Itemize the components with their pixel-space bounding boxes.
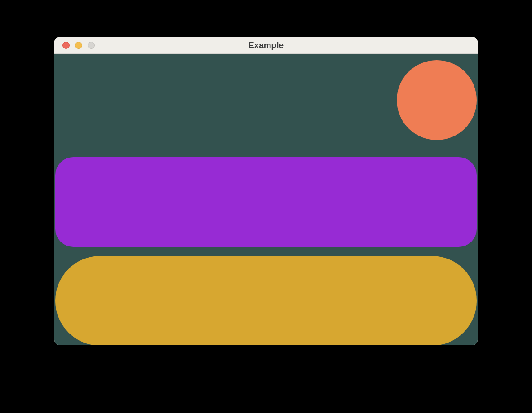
app-window: Example — [54, 37, 478, 345]
window-content — [54, 54, 478, 345]
orange-circle-shape — [397, 60, 477, 140]
close-icon[interactable] — [62, 42, 70, 49]
minimize-icon[interactable] — [75, 42, 82, 49]
gold-bar-shape — [55, 256, 477, 345]
zoom-icon[interactable] — [88, 42, 95, 49]
window-title: Example — [54, 40, 478, 50]
titlebar[interactable]: Example — [54, 37, 478, 54]
traffic-lights — [54, 42, 95, 49]
purple-bar-shape — [55, 157, 477, 247]
